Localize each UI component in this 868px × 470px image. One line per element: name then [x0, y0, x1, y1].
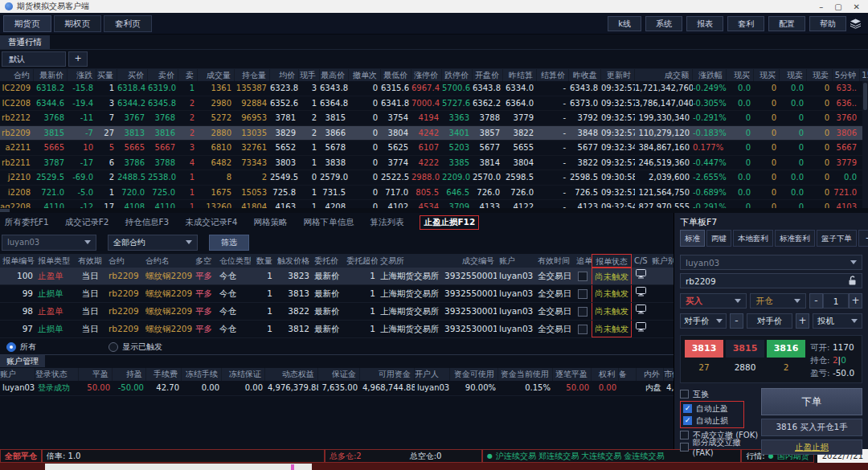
col-header[interactable]: 卖量 [178, 69, 198, 81]
col-header[interactable]: 持盈 [113, 368, 146, 381]
col-header[interactable]: 仓位类型 [217, 254, 251, 268]
panel-account-select[interactable]: luyan03 [680, 255, 862, 270]
price-type-select[interactable]: 对手价 [680, 313, 727, 329]
menu-button-3[interactable]: 报表 [686, 16, 723, 31]
col-header[interactable]: 资金当前使用比例 [498, 368, 553, 381]
col-header[interactable]: 卖价 [148, 69, 178, 81]
col-header[interactable]: 内外盘 [637, 368, 664, 381]
checkbox-自动止盈[interactable]: ✓自动止盈 [683, 403, 741, 415]
col-header[interactable]: 成交额 [635, 69, 693, 81]
bid-price[interactable]: 3813 [685, 340, 723, 358]
col-header[interactable]: 数量 [251, 254, 275, 268]
col-header[interactable]: 可用资金 [360, 368, 415, 381]
col-header[interactable]: 逐笔平盈 [553, 368, 592, 381]
col-header[interactable]: 昨结算价 [503, 69, 537, 81]
menu-button-1[interactable]: k线 [608, 16, 641, 31]
col-header[interactable]: 保证金 [318, 368, 360, 381]
col-header[interactable]: 委托超价 [344, 254, 378, 268]
col-header[interactable]: 最高价 [320, 69, 349, 81]
tab-normal-quotes[interactable]: 普通行情 [0, 35, 50, 49]
col-header[interactable]: 结算价 [537, 69, 569, 81]
minimize-button[interactable]: – [819, 2, 823, 11]
order-row-100[interactable]: 100止盈单当日rb2209螺纹钢2209平多今仓13823最新价1上海期货交易… [0, 268, 674, 285]
quote-row-j2210[interactable]: j22102529.5-69.022488.52538.01822549.502… [0, 170, 868, 186]
col-header[interactable]: 现买量 [754, 69, 780, 81]
panel-tab-本地套利[interactable]: 本地套利 [733, 230, 773, 247]
col-header[interactable]: 现卖价 [780, 69, 807, 81]
col-header[interactable]: 更新时间 [601, 69, 635, 81]
col-header[interactable]: 成交量 [198, 69, 235, 81]
menu-tab-3[interactable]: 套利页 [104, 15, 152, 32]
unlock-icon[interactable] [848, 276, 857, 287]
col-header[interactable]: 跌停价 [442, 69, 473, 81]
price-plus-button[interactable]: + [796, 313, 809, 329]
col-header[interactable]: 买价 [117, 69, 148, 81]
col-header[interactable]: 合约名 [143, 254, 193, 268]
col-header[interactable]: 平盈 [79, 368, 113, 381]
tab-网格策略[interactable]: 网格策略 [253, 217, 287, 228]
col-header[interactable]: 最新价 [34, 69, 68, 81]
panel-tab-篮子下单[interactable]: 篮子下单 [817, 230, 857, 247]
price-minus-button[interactable]: - [730, 313, 743, 329]
col-header[interactable]: 现买价 [727, 69, 754, 81]
col-header[interactable]: 冻结保证金 [222, 368, 265, 381]
quote-row-ag2208[interactable]: ag22084110-12174108411011326041804416314… [0, 200, 868, 208]
col-header[interactable]: 5分钟 [833, 69, 860, 81]
hedge-select[interactable]: 投机 [813, 313, 862, 329]
tab-持仓信息F3[interactable]: 持仓信息F3 [125, 217, 169, 228]
tab-成交记录F2[interactable]: 成交记录F2 [65, 217, 109, 228]
col-header[interactable]: 登录状态 [35, 368, 79, 381]
offset-select[interactable]: 开仓 [750, 293, 806, 309]
order-row-98[interactable]: 98止盈单当日rb2209螺纹钢2209平多今仓13822最新价1上海期货交易所… [0, 303, 674, 321]
tab-未成交记录F4[interactable]: 未成交记录F4 [185, 217, 237, 228]
col-header[interactable]: 报单状态 [592, 254, 632, 268]
menu-button-2[interactable]: 系统 [645, 16, 682, 31]
col-header[interactable]: 买量 [96, 69, 117, 81]
checkbox-自动止损[interactable]: ✓自动止损 [683, 415, 741, 427]
col-header[interactable]: 账户 [0, 368, 35, 381]
col-header[interactable]: 开盘价 [473, 69, 503, 81]
col-header[interactable]: 涨跌 [68, 69, 96, 81]
qty-plus-button[interactable]: + [849, 293, 862, 309]
col-header[interactable]: 多空 [193, 254, 217, 268]
col-header[interactable]: 现手 [299, 69, 320, 81]
quote-row-rb2209[interactable]: rb22093815-72738133816228801303538292386… [0, 126, 868, 141]
col-header[interactable]: 涨停价 [411, 69, 442, 81]
col-header[interactable]: 有效时间 [535, 254, 574, 268]
col-header[interactable]: 报单类型 [35, 254, 74, 268]
col-header[interactable]: 市值 [664, 368, 674, 381]
panel-tab-两键[interactable]: 两键 [706, 230, 731, 247]
col-header[interactable]: 15分 [860, 69, 868, 81]
quantity-input[interactable]: 1 [823, 293, 849, 309]
tab-算法列表[interactable]: 算法列表 [370, 217, 403, 228]
filter-account-select[interactable]: luyan03 [2, 235, 96, 251]
col-header[interactable]: 均价 [270, 69, 299, 81]
last-price[interactable]: 3815 [726, 340, 764, 358]
col-header[interactable]: 报单编号 [0, 254, 35, 268]
col-header[interactable]: 开户人 [415, 368, 450, 381]
quotes-scrollbar[interactable] [862, 81, 868, 208]
col-header[interactable]: 昨收盘价 [569, 69, 601, 81]
menu-tab-1[interactable]: 期货页 [3, 15, 51, 32]
col-header[interactable]: 账户 [497, 254, 535, 268]
close-button[interactable]: ✕ [854, 2, 860, 11]
col-header[interactable]: 现卖量 [807, 69, 833, 81]
col-header[interactable]: 冻结手续费 [182, 368, 222, 381]
col-header[interactable]: 最低价 [381, 69, 411, 81]
col-header[interactable]: 账户别名 [649, 254, 674, 268]
add-board-button[interactable]: + [68, 51, 88, 67]
quote-row-i2208[interactable]: i2208721.0-5.01720.0725.01167515053725.8… [0, 186, 868, 201]
menu-button-6[interactable]: 帮助 [809, 16, 846, 31]
chase-order-checkbox[interactable] [574, 321, 592, 337]
col-header[interactable]: 追单 [574, 254, 592, 268]
tab-止盈止损F12[interactable]: 止盈止损F12 [420, 215, 479, 230]
quick-order-button[interactable]: 3816 买入开仓1手 [761, 419, 862, 436]
panel-tab-标准套利[interactable]: 标准套利 [775, 230, 815, 247]
filter-button[interactable]: 筛选 [209, 235, 249, 251]
direction-select[interactable]: 买入 [680, 293, 747, 309]
tab-所有委托F1[interactable]: 所有委托F1 [5, 217, 49, 228]
qty-minus-button[interactable]: - [809, 293, 823, 309]
chase-order-checkbox[interactable] [574, 303, 592, 320]
col-header[interactable]: 涨跌幅 [693, 69, 727, 81]
col-header[interactable]: 资金可使用比例 [450, 368, 498, 381]
